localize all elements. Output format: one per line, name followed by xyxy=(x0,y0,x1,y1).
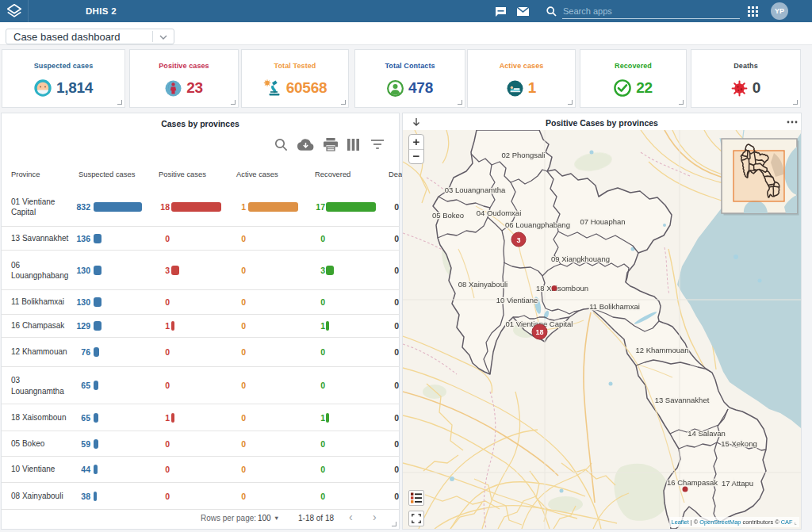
svg-text:14 Salavan: 14 Salavan xyxy=(688,429,726,438)
svg-text:3: 3 xyxy=(516,236,520,244)
svg-text:10 Vientiane: 10 Vientiane xyxy=(496,296,538,304)
svg-text:04 Oudomxai: 04 Oudomxai xyxy=(477,209,522,217)
svg-text:07 Houaphan: 07 Houaphan xyxy=(580,217,625,226)
svg-text:16 Champasak: 16 Champasak xyxy=(667,478,718,487)
svg-text:13 Savannakhet: 13 Savannakhet xyxy=(655,396,710,404)
svg-text:12 Khammouan: 12 Khammouan xyxy=(635,346,688,354)
svg-text:09 Xiangkhouang: 09 Xiangkhouang xyxy=(551,255,610,263)
svg-text:15 Xekong: 15 Xekong xyxy=(721,439,756,448)
svg-text:11 Bolikhamxai: 11 Bolikhamxai xyxy=(589,302,640,311)
svg-text:06 Louangphabang: 06 Louangphabang xyxy=(505,220,570,229)
svg-text:18 Xaisomboun: 18 Xaisomboun xyxy=(536,284,588,293)
svg-text:03 Louangnamtha: 03 Louangnamtha xyxy=(445,186,506,194)
svg-text:05 Bokeo: 05 Bokeo xyxy=(432,211,464,220)
svg-text:18: 18 xyxy=(535,328,543,336)
svg-text:08 Xainyabouli: 08 Xainyabouli xyxy=(458,280,508,289)
svg-text:02 Phongsali: 02 Phongsali xyxy=(502,151,546,159)
svg-text:17 Attapu: 17 Attapu xyxy=(722,479,753,488)
